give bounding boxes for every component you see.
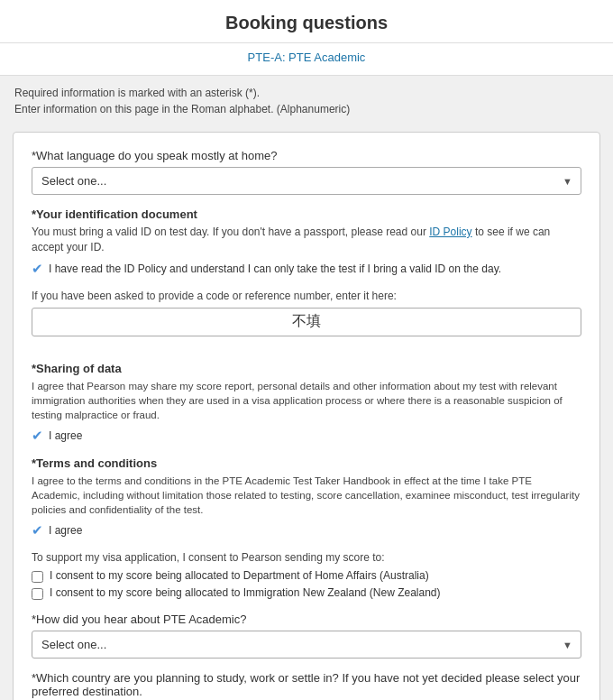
hear-label: *How did you hear about PTE Academic? bbox=[32, 612, 581, 626]
subtitle-link[interactable]: PTE-A: PTE Academic bbox=[248, 51, 366, 64]
sharing-group: *Sharing of data I agree that Pearson ma… bbox=[32, 362, 581, 444]
terms-title: *Terms and conditions bbox=[32, 456, 581, 470]
id-policy-checkbox-label: I have read the ID Policy and understand… bbox=[49, 262, 501, 275]
intro-line1: Required information is marked with an a… bbox=[14, 87, 599, 99]
main-form-card: *What language do you speak mostly at ho… bbox=[13, 132, 600, 700]
page-intro: Required information is marked with an a… bbox=[0, 76, 613, 124]
id-document-desc: You must bring a valid ID on test day. I… bbox=[32, 225, 581, 255]
sharing-checkbox-label: I agree bbox=[49, 429, 82, 442]
page-title: Booking questions bbox=[0, 13, 613, 33]
id-policy-checkbox-row: ✔ I have read the ID Policy and understa… bbox=[32, 261, 581, 277]
sharing-check-icon: ✔ bbox=[32, 428, 43, 444]
id-policy-check-icon: ✔ bbox=[32, 261, 43, 277]
language-select[interactable]: Select one... bbox=[32, 167, 581, 195]
consent-block: To support my visa application, I consen… bbox=[32, 551, 581, 600]
language-group: *What language do you speak mostly at ho… bbox=[32, 149, 581, 195]
terms-check-icon: ✔ bbox=[32, 522, 43, 539]
sharing-title: *Sharing of data bbox=[32, 362, 581, 375]
hear-select[interactable]: Select one... bbox=[32, 631, 581, 659]
consent1-checkbox[interactable] bbox=[32, 571, 43, 583]
sharing-desc: I agree that Pearson may share my score … bbox=[32, 379, 581, 422]
terms-agree-row: ✔ I agree bbox=[32, 522, 581, 539]
terms-desc: I agree to the terms and conditions in t… bbox=[32, 474, 581, 517]
terms-group: *Terms and conditions I agree to the ter… bbox=[32, 456, 581, 539]
terms-checkbox-label: I agree bbox=[49, 524, 82, 537]
reference-input[interactable] bbox=[32, 308, 581, 336]
hear-group: *How did you hear about PTE Academic? Se… bbox=[32, 612, 581, 659]
id-document-title: *Your identification document bbox=[32, 207, 581, 221]
consent1-label: I consent to my score being allocated to… bbox=[50, 569, 429, 582]
country-label: *Which country are you planning to study… bbox=[32, 671, 581, 698]
reference-group: If you have been asked to provide a code… bbox=[32, 290, 581, 349]
consent-intro: To support my visa application, I consen… bbox=[32, 551, 581, 564]
language-label: *What language do you speak mostly at ho… bbox=[32, 149, 581, 162]
id-policy-link[interactable]: ID Policy bbox=[429, 226, 471, 238]
consent2-row: I consent to my score being allocated to… bbox=[32, 586, 581, 600]
consent1-row: I consent to my score being allocated to… bbox=[32, 569, 581, 583]
page-subheader: PTE-A: PTE Academic bbox=[0, 43, 613, 76]
country-group: *Which country are you planning to study… bbox=[32, 671, 581, 700]
consent2-label: I consent to my score being allocated to… bbox=[50, 586, 441, 599]
hear-select-wrapper: Select one... bbox=[32, 631, 581, 659]
id-document-section: *Your identification document You must b… bbox=[32, 207, 581, 277]
page-header: Booking questions bbox=[0, 0, 613, 43]
intro-line2: Enter information on this page in the Ro… bbox=[14, 103, 599, 115]
reference-label: If you have been asked to provide a code… bbox=[32, 290, 581, 302]
consent2-checkbox[interactable] bbox=[32, 588, 43, 600]
sharing-agree-row: ✔ I agree bbox=[32, 428, 581, 444]
language-select-wrapper: Select one... bbox=[32, 167, 581, 195]
